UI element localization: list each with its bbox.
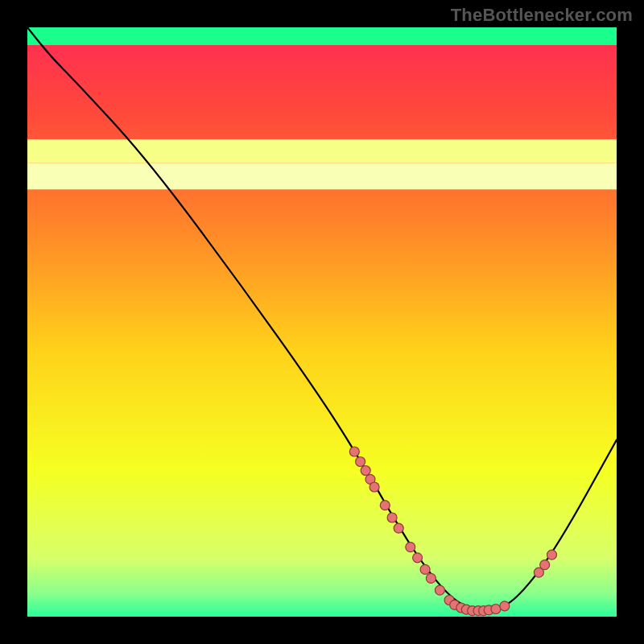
data-marker [406, 543, 415, 552]
svg-rect-3 [27, 27, 617, 45]
data-marker [420, 564, 430, 574]
svg-rect-2 [27, 139, 617, 163]
data-marker [380, 501, 390, 510]
data-marker [369, 482, 379, 492]
data-marker [426, 573, 436, 583]
data-marker [356, 457, 365, 467]
bottleneck-chart [27, 27, 617, 617]
watermark-text: TheBottlenecker.com [451, 5, 633, 26]
data-marker [413, 553, 423, 563]
data-marker [435, 585, 444, 595]
data-marker [394, 523, 403, 533]
svg-rect-1 [27, 163, 617, 189]
data-marker [500, 601, 510, 611]
data-marker [387, 513, 397, 522]
data-marker [540, 560, 550, 570]
data-marker [361, 466, 370, 476]
svg-rect-0 [27, 27, 617, 617]
chart-frame: TheBottlenecker.com [0, 0, 644, 644]
data-marker [349, 447, 359, 456]
data-marker [547, 550, 557, 559]
data-marker [491, 605, 501, 614]
